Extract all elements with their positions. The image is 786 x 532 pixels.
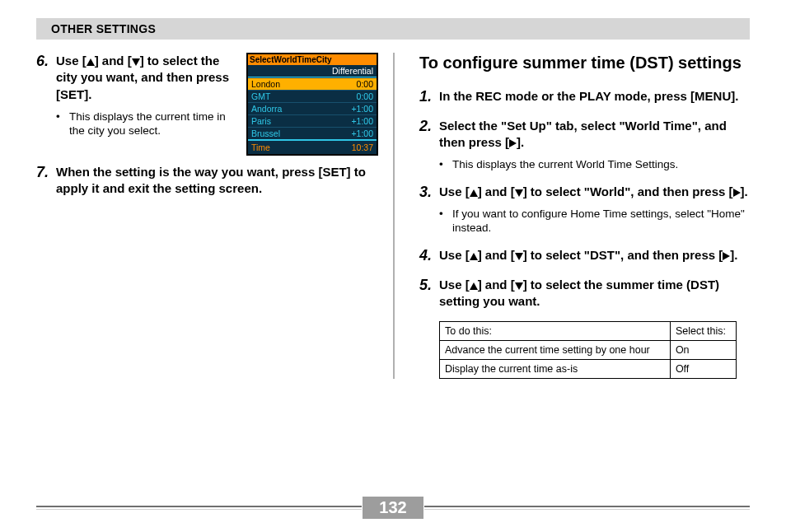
step-number: 2. (419, 118, 439, 172)
table-header: Select this: (670, 322, 736, 341)
step-number: 6. (36, 53, 56, 138)
step-6-bullet: • This displays the current time in the … (56, 110, 236, 138)
two-column-layout: 6. Use [] and [] to select the city you … (36, 53, 750, 379)
step-number: 5. (419, 277, 439, 310)
lcd-title: SelectWorldTimeCity (248, 54, 377, 65)
camera-lcd-illustration: SelectWorldTimeCity Differential London … (246, 53, 378, 156)
page-footer: 132 (0, 497, 786, 519)
step-5-text: Use [] and [] to select the summer time … (439, 277, 750, 310)
up-arrow-icon (87, 58, 95, 66)
step-6: 6. Use [] and [] to select the city you … (36, 53, 236, 138)
up-arrow-icon (470, 189, 478, 197)
page-number-badge: 132 (363, 497, 423, 519)
step-5: 5. Use [] and [] to select the summer ti… (419, 277, 750, 310)
step-1-text: In the REC mode or the PLAY mode, press … (439, 88, 750, 105)
table-row: Display the current time as-is Off (440, 360, 737, 379)
table-header: To do this: (440, 322, 671, 341)
footer-rule (36, 506, 362, 510)
step-4: 4. Use [] and [] to select "DST", and th… (419, 247, 750, 265)
up-arrow-icon (470, 282, 478, 290)
right-column: To configure summer time (DST) settings … (393, 53, 750, 379)
section-title: To configure summer time (DST) settings (419, 53, 750, 73)
right-arrow-icon (723, 252, 730, 260)
lcd-time-row: Time 10:37 (248, 139, 377, 154)
step-number: 3. (419, 184, 439, 236)
lcd-city-row: London 0:00 (248, 77, 377, 90)
step-number: 1. (419, 88, 439, 106)
lcd-city-row: Andorra +1:00 (248, 102, 377, 114)
lcd-city-row: Brussel +1:00 (248, 127, 377, 139)
step-2: 2. Select the "Set Up" tab, select "Worl… (419, 118, 750, 172)
step-4-text: Use [] and [] to select "DST", and then … (439, 247, 750, 264)
up-arrow-icon (470, 253, 478, 260)
section-header: OTHER SETTINGS (36, 18, 750, 40)
right-arrow-icon (509, 139, 517, 147)
step-2-text: Select the "Set Up" tab, select "World T… (439, 118, 750, 152)
step-3-text: Use [] and [] to select "World", and the… (439, 184, 750, 200)
down-arrow-icon (515, 282, 523, 290)
step-3: 3. Use [] and [] to select "World", and … (419, 184, 750, 236)
step-7: 7. When the setting is the way you want,… (36, 164, 378, 198)
step-7-text: When the setting is the way you want, pr… (56, 164, 378, 198)
table-row: Advance the current time setting by one … (440, 341, 737, 360)
step-1: 1. In the REC mode or the PLAY mode, pre… (419, 88, 750, 106)
down-arrow-icon (132, 58, 140, 66)
step-2-bullet: • This displays the current World Time S… (439, 157, 750, 172)
down-arrow-icon (515, 189, 523, 197)
step-3-bullet: • If you want to configure Home Time set… (439, 207, 750, 236)
left-column: 6. Use [] and [] to select the city you … (36, 53, 393, 379)
footer-rule (424, 506, 750, 510)
step-number: 7. (36, 164, 56, 198)
down-arrow-icon (515, 253, 523, 260)
lcd-city-row: GMT 0:00 (248, 90, 377, 102)
lcd-differential-label: Differential (248, 65, 377, 77)
step-number: 4. (419, 247, 439, 265)
lcd-city-row: Paris +1:00 (248, 114, 377, 127)
right-arrow-icon (733, 189, 741, 197)
dst-options-table: To do this: Select this: Advance the cur… (439, 321, 737, 379)
step-6-text: Use [] and [] to select the city you wan… (56, 53, 236, 103)
